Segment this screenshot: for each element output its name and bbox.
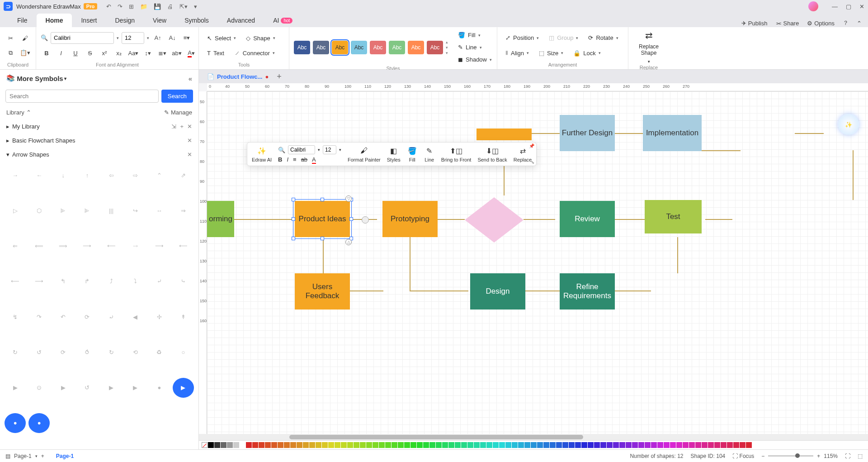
shape-further-design[interactable]: Further Design — [560, 115, 615, 151]
arrow-shape-36[interactable]: ⤾ — [101, 307, 122, 327]
arrow-shape-49[interactable]: ⊙ — [28, 378, 50, 398]
color-swatch[interactable] — [290, 442, 296, 448]
arrow-shape-22[interactable]: ⟶ — [149, 236, 170, 256]
color-swatch[interactable] — [638, 442, 644, 448]
align-icon[interactable]: ≡▾ — [181, 32, 193, 44]
arrow-shape-47[interactable]: ○ — [173, 342, 194, 362]
arrow-shape-50[interactable]: ▶ — [52, 378, 74, 398]
color-swatch[interactable] — [297, 442, 302, 448]
color-swatch[interactable] — [404, 442, 410, 448]
arrow-shape-23[interactable]: ⟵ — [173, 236, 194, 256]
arrow-shape-40[interactable]: ↻ — [5, 342, 26, 362]
tab-symbols[interactable]: Symbols — [175, 14, 218, 27]
highlight-icon[interactable]: ab▾ — [171, 48, 183, 59]
publish-button[interactable]: ✈ Publish — [741, 20, 768, 27]
color-swatch[interactable] — [746, 442, 752, 448]
arrow-shape-16[interactable]: ⇐ — [5, 236, 26, 256]
arrow-shape-3[interactable]: ↑ — [76, 165, 98, 185]
shape-implementation[interactable]: Implementation — [643, 115, 702, 151]
color-swatch[interactable] — [733, 442, 739, 448]
arrow-shape-25[interactable]: ⟶ — [28, 271, 50, 291]
shape-market[interactable] — [476, 129, 532, 140]
arrow-shape-11[interactable]: ⫸ — [76, 200, 98, 220]
options-button[interactable]: ⚙ Options — [807, 20, 835, 27]
pin-icon[interactable]: 📌 — [529, 143, 534, 148]
color-swatch[interactable] — [385, 442, 391, 448]
fill-button[interactable]: 🪣 Fill ▾ — [454, 30, 495, 40]
color-swatch[interactable] — [347, 442, 353, 448]
page-select[interactable]: Page-1 — [14, 453, 32, 459]
style-swatch-1[interactable]: Abc — [313, 41, 329, 54]
font-color-icon[interactable]: A▾ — [185, 48, 197, 59]
color-swatch[interactable] — [556, 442, 562, 448]
qat-more-icon[interactable]: ▾ — [194, 3, 197, 10]
ai-assistant-float[interactable]: ✨ — [838, 114, 859, 135]
color-swatch[interactable] — [689, 442, 695, 448]
color-swatch[interactable] — [562, 442, 568, 448]
color-swatch[interactable] — [480, 442, 486, 448]
arrow-shape-28[interactable]: ⤴ — [101, 271, 122, 291]
color-swatch[interactable] — [322, 442, 328, 448]
mini-italic-icon[interactable]: I — [287, 156, 288, 163]
mylib-close-icon[interactable]: ✕ — [187, 123, 192, 130]
arrow-shape-15[interactable]: ⇒ — [173, 200, 194, 220]
zoom-in-icon[interactable]: + — [817, 453, 820, 459]
color-swatch[interactable] — [721, 442, 726, 448]
arrow-shape-1[interactable]: ← — [28, 165, 50, 185]
zoom-slider[interactable] — [768, 455, 813, 457]
color-swatch[interactable] — [537, 442, 543, 448]
mini-highlight-icon[interactable]: ab — [301, 156, 307, 163]
style-swatch-2[interactable]: Abc — [332, 41, 348, 54]
add-document-tab[interactable]: + — [277, 72, 282, 81]
copy-icon[interactable]: ⧉ — [5, 47, 16, 59]
color-swatch[interactable] — [714, 442, 720, 448]
color-swatch[interactable] — [392, 442, 397, 448]
color-swatch[interactable] — [740, 442, 745, 448]
arrow-shape-20[interactable]: ⟵ — [101, 236, 122, 256]
basic-close-icon[interactable]: ✕ — [187, 137, 192, 144]
style-prev-icon[interactable]: ▴ — [446, 40, 448, 44]
print-icon[interactable]: 🖨 — [167, 3, 173, 10]
italic-icon[interactable]: I — [55, 48, 67, 59]
color-swatch[interactable] — [512, 442, 518, 448]
style-swatch-7[interactable]: Abc — [427, 41, 443, 54]
color-swatch[interactable] — [607, 442, 613, 448]
arrow-shape-43[interactable]: ⥀ — [76, 342, 98, 362]
color-swatch[interactable] — [417, 442, 423, 448]
arrow-shape-44[interactable]: ↻ — [101, 342, 122, 362]
arrow-shape-32[interactable]: ↯ — [5, 307, 26, 327]
minimize-icon[interactable]: — — [832, 3, 838, 10]
mini-format-painter[interactable]: 🖌Format Painter — [348, 145, 381, 162]
tab-view[interactable]: View — [144, 14, 175, 27]
arrow-shape-17[interactable]: ⟸ — [28, 236, 50, 256]
color-swatch[interactable] — [588, 442, 594, 448]
mini-size-input[interactable] — [323, 145, 336, 154]
color-swatch[interactable] — [373, 442, 378, 448]
page-list-icon[interactable]: ▤ — [5, 453, 10, 459]
style-swatch-6[interactable]: Abc — [408, 41, 424, 54]
color-swatch[interactable] — [265, 442, 271, 448]
mylib-export-icon[interactable]: ⇲ — [171, 123, 176, 130]
color-swatch[interactable] — [613, 442, 619, 448]
arrow-shape-0[interactable]: → — [5, 165, 26, 185]
shape-review[interactable]: Review — [560, 201, 615, 237]
align-button[interactable]: ⫴ Align▾ — [502, 48, 533, 58]
shape-design[interactable]: Design — [470, 273, 525, 310]
color-swatch[interactable] — [632, 442, 638, 448]
page-tab[interactable]: Page-1 — [52, 451, 78, 461]
text-tool[interactable]: T Text — [203, 48, 228, 58]
color-swatch[interactable] — [708, 442, 714, 448]
manage-library[interactable]: ✎ Manage — [164, 109, 192, 116]
style-swatch-0[interactable]: Abc — [294, 41, 310, 54]
arrow-shape-4[interactable]: ⇦ — [101, 165, 122, 185]
color-swatch[interactable] — [651, 442, 657, 448]
close-icon[interactable]: ✕ — [859, 3, 864, 10]
font-size-input[interactable] — [122, 32, 144, 44]
horizontal-scrollbar[interactable] — [199, 434, 868, 440]
shape-prototyping[interactable]: Prototyping — [382, 201, 438, 237]
arrow-shape-54[interactable]: ● — [149, 378, 170, 398]
lock-button[interactable]: 🔒 Lock▾ — [570, 48, 604, 58]
arrow-shape-14[interactable]: ↔ — [149, 200, 170, 220]
mini-styles[interactable]: ◧Styles — [387, 145, 401, 162]
mini-send-back[interactable]: ⬇◫Send to Back — [477, 145, 507, 162]
